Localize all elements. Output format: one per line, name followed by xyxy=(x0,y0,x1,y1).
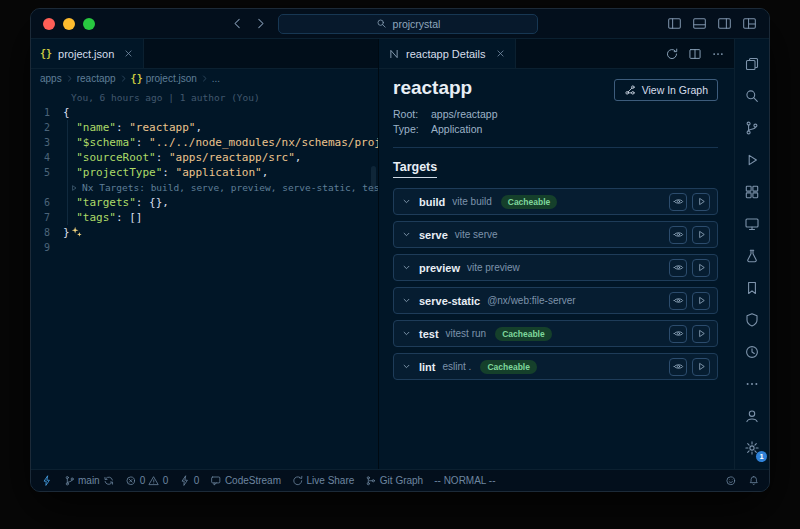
activitybar-search[interactable] xyxy=(739,81,765,111)
tab-reactapp-details[interactable]: reactapp Details xyxy=(379,39,516,68)
chevron-down-icon[interactable] xyxy=(401,196,412,207)
bookmarks-icon xyxy=(744,280,760,296)
play-icon xyxy=(696,229,707,240)
status-remote-indicator[interactable] xyxy=(41,475,53,487)
accounts-icon xyxy=(744,408,760,424)
nx-console-icon xyxy=(744,312,760,328)
status-git-graph[interactable]: Git Graph xyxy=(365,475,423,487)
meta-root: Root:apps/reactapp xyxy=(393,107,718,122)
activitybar-remote-explorer[interactable] xyxy=(739,209,765,239)
view-in-graph-button[interactable]: View In Graph xyxy=(614,79,718,101)
nx-targets-codelens[interactable]: Nx Targets: build, serve, preview, serve… xyxy=(82,182,378,193)
json-file-icon: {} xyxy=(131,73,143,84)
code-editor[interactable]: You, 6 hours ago | 1 author (You)1{2 "na… xyxy=(31,88,378,469)
target-command: vitest run xyxy=(446,328,487,339)
line-number: 2 xyxy=(31,120,57,135)
status-codestream[interactable]: CodeStream xyxy=(210,475,281,487)
target-name: build xyxy=(419,196,445,208)
activitybar-accounts[interactable] xyxy=(739,401,765,431)
toggle-secondary-sidebar-button[interactable] xyxy=(717,16,732,31)
breadcrumb-item-reactapp[interactable]: reactapp xyxy=(77,73,116,84)
activitybar-manage[interactable]: 1 xyxy=(739,433,765,463)
forward-button[interactable] xyxy=(253,16,268,31)
target-lint-view-button[interactable] xyxy=(669,358,687,376)
target-serve-static-view-button[interactable] xyxy=(669,292,687,310)
line-number: 8 xyxy=(31,225,57,240)
target-test-view-button[interactable] xyxy=(669,325,687,343)
target-serve-run-button[interactable] xyxy=(692,226,710,244)
status-bar-left: main000CodeStreamLive ShareGit Graph-- N… xyxy=(41,475,495,487)
activitybar-nx-console[interactable] xyxy=(739,305,765,335)
target-row-preview: previewvite preview xyxy=(393,254,718,281)
eye-icon xyxy=(673,328,684,339)
activitybar-more-views[interactable] xyxy=(739,369,765,399)
close-tab-icon[interactable] xyxy=(123,48,134,59)
chevron-down-icon[interactable] xyxy=(401,295,412,306)
status-bolt-counter[interactable]: 0 xyxy=(179,475,199,487)
zoom-button[interactable] xyxy=(83,18,95,30)
activitybar-bookmarks[interactable] xyxy=(739,273,765,303)
target-name: serve xyxy=(419,229,448,241)
target-build-run-button[interactable] xyxy=(692,193,710,211)
tab-project-json[interactable]: {} project.json xyxy=(31,39,144,68)
line-number: 9 xyxy=(31,240,57,255)
tab-label: reactapp Details xyxy=(406,48,486,60)
line-number: 5 xyxy=(31,165,57,180)
target-serve-static-run-button[interactable] xyxy=(692,292,710,310)
toggle-panel-button[interactable] xyxy=(692,16,707,31)
back-button[interactable] xyxy=(230,16,245,31)
status-bar: main000CodeStreamLive ShareGit Graph-- N… xyxy=(31,469,769,491)
play-icon xyxy=(70,184,78,192)
target-row-test: testvitest runCacheable xyxy=(393,320,718,347)
more-actions-button[interactable] xyxy=(711,47,725,61)
target-test-run-button[interactable] xyxy=(692,325,710,343)
activitybar-testing[interactable] xyxy=(739,241,765,271)
line-number xyxy=(31,180,57,195)
split-editor-button[interactable] xyxy=(688,47,702,61)
activitybar-run-debug[interactable] xyxy=(739,145,765,175)
target-preview-run-button[interactable] xyxy=(692,259,710,277)
target-row-serve-static: serve-static@nx/web:file-server xyxy=(393,287,718,314)
close-button[interactable] xyxy=(43,18,55,30)
activitybar-extensions[interactable] xyxy=(739,177,765,207)
view-in-graph-label: View In Graph xyxy=(642,84,708,96)
activitybar-source-control[interactable] xyxy=(739,113,765,143)
more-views-icon xyxy=(744,376,760,392)
chevron-down-icon[interactable] xyxy=(401,361,412,372)
status-notifications[interactable] xyxy=(748,475,760,487)
breadcrumb-item-project-json[interactable]: {}project.json xyxy=(131,73,197,84)
run-debug-icon xyxy=(744,152,760,168)
command-center[interactable]: projcrystal xyxy=(278,14,538,34)
status-live-share[interactable]: Live Share xyxy=(292,475,354,487)
activitybar-timeline[interactable] xyxy=(739,337,765,367)
toggle-primary-sidebar-button[interactable] xyxy=(667,16,682,31)
play-icon xyxy=(696,295,707,306)
editor-scrollbar[interactable] xyxy=(371,166,376,192)
chevron-down-icon[interactable] xyxy=(401,328,412,339)
status-vim-mode[interactable]: -- NORMAL -- xyxy=(434,475,495,486)
refresh-button[interactable] xyxy=(665,47,679,61)
close-tab-icon[interactable] xyxy=(495,48,506,59)
status-bar-right xyxy=(725,475,759,487)
target-lint-run-button[interactable] xyxy=(692,358,710,376)
layout-controls xyxy=(667,16,757,31)
target-build-view-button[interactable] xyxy=(669,193,687,211)
breadcrumb-item--[interactable]: ... xyxy=(212,73,220,84)
target-command: vite serve xyxy=(455,229,498,240)
minimize-button[interactable] xyxy=(63,18,75,30)
status-feedback[interactable] xyxy=(725,475,737,487)
activitybar-explorer[interactable] xyxy=(739,49,765,79)
target-preview-view-button[interactable] xyxy=(669,259,687,277)
status-git-branch[interactable]: main xyxy=(64,475,115,487)
customize-layout-button[interactable] xyxy=(742,16,757,31)
breadcrumb-item-apps[interactable]: apps xyxy=(40,73,62,84)
nx-icon xyxy=(388,48,400,60)
chevron-down-icon[interactable] xyxy=(401,262,412,273)
titlebar: projcrystal xyxy=(31,9,769,39)
code-line: 9 xyxy=(31,240,378,255)
search-icon xyxy=(376,18,387,29)
chevron-down-icon[interactable] xyxy=(401,229,412,240)
line-number: 3 xyxy=(31,135,57,150)
status-problems[interactable]: 00 xyxy=(125,475,168,487)
target-serve-view-button[interactable] xyxy=(669,226,687,244)
